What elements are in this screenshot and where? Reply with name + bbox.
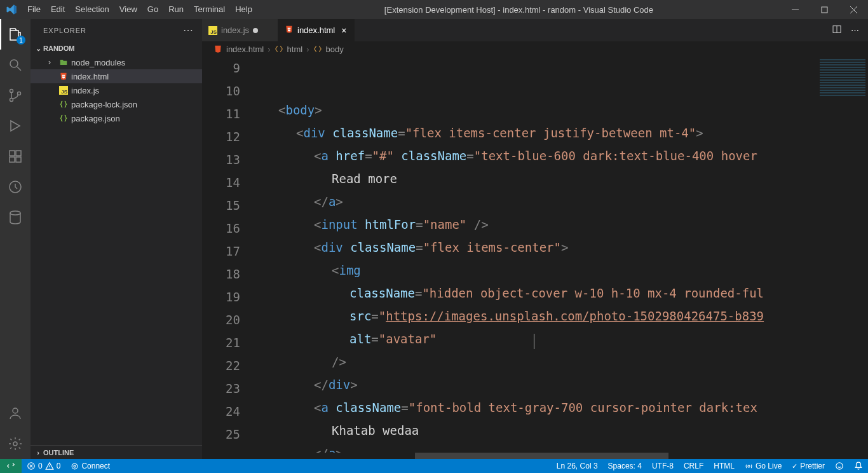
svg-point-18 — [836, 463, 843, 470]
code-editor[interactable]: 910111213141516171819202122232425 <body>… — [202, 57, 868, 453]
code-line[interactable]: alt="avatar" — [257, 327, 868, 350]
code-line[interactable]: Khatab wedaa — [257, 419, 868, 442]
code-line[interactable]: <body> — [257, 99, 868, 121]
maximize-button[interactable] — [810, 0, 839, 19]
close-button[interactable] — [839, 0, 868, 19]
line-number: 25 — [202, 423, 240, 446]
explorer-sidebar: EXPLORER ⋯ ⌄ RANDOM › node_modules index… — [31, 19, 202, 459]
activity-timeline-icon[interactable] — [0, 172, 31, 202]
tree-folder-node-modules[interactable]: › node_modules — [31, 55, 202, 69]
line-number: 19 — [202, 285, 240, 308]
sidebar-title: EXPLORER — [43, 27, 86, 34]
status-prettier[interactable]: ✓ Prettier — [787, 459, 830, 473]
activity-source-control[interactable] — [0, 80, 31, 111]
explorer-badge: 1 — [17, 36, 25, 45]
text-cursor — [534, 334, 534, 349]
minimize-button[interactable] — [780, 0, 810, 19]
activity-run-debug[interactable] — [0, 111, 31, 141]
status-bell-icon[interactable] — [849, 459, 868, 473]
status-cursor-position[interactable]: Ln 26, Col 3 — [552, 459, 603, 473]
html-file-icon — [214, 45, 222, 53]
code-line[interactable]: </a> — [257, 442, 868, 453]
window-controls — [780, 0, 868, 19]
activity-search[interactable] — [0, 50, 31, 80]
workspace-folder-name: RANDOM — [43, 45, 75, 52]
vscode-logo-icon — [0, 4, 22, 15]
outline-section-header[interactable]: › OUTLINE — [31, 445, 202, 459]
code-line[interactable]: className="hidden object-cover w-10 h-10… — [257, 282, 868, 305]
code-line[interactable]: <input htmlFor="name" /> — [257, 213, 868, 236]
code-line[interactable]: <a className="font-bold text-gray-700 cu… — [257, 396, 868, 419]
code-line[interactable]: src="https://images.unsplash.com/photo-1… — [257, 305, 868, 327]
symbol-icon — [313, 45, 322, 53]
tree-file-index-html[interactable]: index.html — [31, 69, 202, 83]
code-line[interactable]: Read more — [257, 167, 868, 190]
menu-file[interactable]: File — [22, 0, 46, 19]
code-line[interactable]: <div className="flex items-center justif… — [257, 121, 868, 144]
breadcrumb-file[interactable]: index.html — [226, 45, 264, 54]
menu-view[interactable]: View — [114, 0, 142, 19]
errors-count: 0 — [38, 462, 43, 470]
menu-go[interactable]: Go — [142, 0, 163, 19]
code-line[interactable]: </div> — [257, 373, 868, 396]
svg-point-11 — [13, 408, 18, 413]
status-eol[interactable]: CRLF — [679, 459, 709, 473]
svg-point-15 — [74, 465, 76, 467]
dirty-indicator-icon — [253, 28, 258, 33]
tab-index-html[interactable]: index.html × — [278, 19, 355, 41]
code-line[interactable]: <div className="flex items-center"> — [257, 236, 868, 259]
status-go-live[interactable]: Go Live — [740, 459, 787, 473]
minimap[interactable] — [817, 57, 868, 453]
remote-indicator[interactable] — [0, 459, 22, 473]
status-encoding[interactable]: UTF-8 — [647, 459, 679, 473]
status-feedback-icon[interactable] — [830, 459, 849, 473]
breadcrumb-body[interactable]: body — [326, 45, 344, 54]
tab-close-icon[interactable]: × — [339, 25, 346, 36]
menu-run[interactable]: Run — [163, 0, 189, 19]
activity-settings[interactable] — [0, 428, 31, 459]
split-editor-icon[interactable] — [832, 24, 842, 36]
connect-label: Connect — [81, 462, 110, 470]
tree-file-package-lock[interactable]: package-lock.json — [31, 97, 202, 111]
status-language[interactable]: HTML — [709, 459, 740, 473]
js-file-icon: JS — [57, 86, 70, 95]
editor-tabs: JS index.js index.html × ⋯ — [202, 19, 868, 41]
svg-rect-0 — [822, 7, 827, 13]
status-problems[interactable]: 0 0 — [22, 459, 65, 473]
line-number: 24 — [202, 400, 240, 423]
horizontal-scrollbar[interactable] — [202, 453, 868, 459]
workspace-folder-header[interactable]: ⌄ RANDOM — [31, 41, 202, 55]
svg-rect-7 — [16, 157, 21, 162]
svg-point-1 — [10, 60, 18, 67]
activity-accounts[interactable] — [0, 398, 31, 428]
menu-selection[interactable]: Selection — [70, 0, 114, 19]
code-line[interactable]: <img — [257, 259, 868, 282]
status-indentation[interactable]: Spaces: 4 — [603, 459, 647, 473]
tree-label: index.html — [71, 72, 109, 81]
menu-help[interactable]: Help — [230, 0, 257, 19]
line-number: 23 — [202, 377, 240, 400]
line-number: 18 — [202, 263, 240, 285]
breadcrumb-html[interactable]: html — [287, 45, 303, 54]
status-connect[interactable]: Connect — [65, 459, 115, 473]
code-line[interactable]: </a> — [257, 190, 868, 213]
code-content[interactable]: <body><div className="flex items-center … — [257, 57, 868, 453]
menu-terminal[interactable]: Terminal — [189, 0, 230, 19]
activity-database-icon[interactable] — [0, 202, 31, 233]
file-tree: › node_modules index.html JS index.js — [31, 55, 202, 445]
activity-explorer[interactable]: 1 — [0, 19, 31, 50]
code-line[interactable]: <a href="#" className="text-blue-600 dar… — [257, 144, 868, 167]
breadcrumbs[interactable]: index.html › html › body — [202, 41, 868, 57]
tree-file-package-json[interactable]: package.json — [31, 111, 202, 125]
tab-index-js[interactable]: JS index.js — [202, 19, 278, 41]
code-line[interactable]: /> — [257, 350, 868, 373]
chevron-right-icon: › — [268, 45, 270, 54]
sidebar-more-icon[interactable]: ⋯ — [183, 24, 194, 36]
chevron-down-icon: ⌄ — [33, 45, 43, 53]
json-file-icon — [57, 100, 70, 109]
more-actions-icon[interactable]: ⋯ — [851, 25, 860, 35]
menu-edit[interactable]: Edit — [46, 0, 70, 19]
activity-extensions[interactable] — [0, 141, 31, 172]
tree-file-index-js[interactable]: JS index.js — [31, 83, 202, 97]
scrollbar-thumb[interactable] — [415, 453, 668, 459]
